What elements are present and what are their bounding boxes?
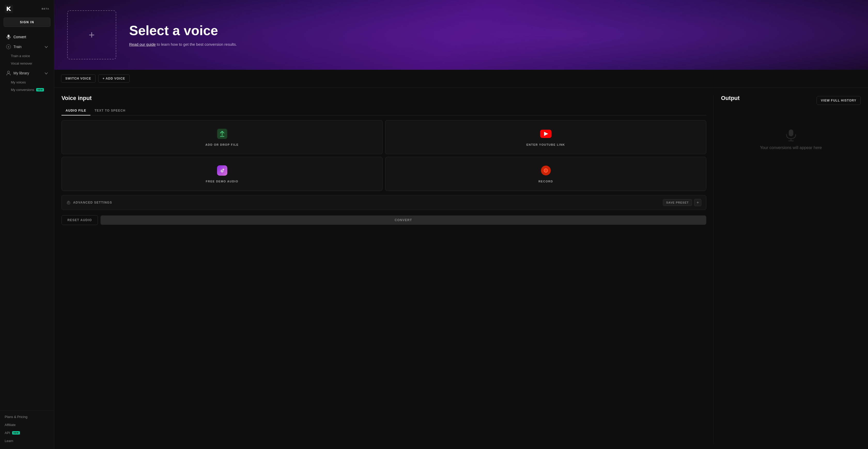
hero-title: Select a voice [129,23,237,38]
add-voice-button[interactable]: + ADD VOICE [98,74,130,83]
upload-label: ADD OR DROP FILE [206,143,239,146]
record-icon [540,165,552,176]
output-mic-icon [785,129,797,142]
demo-audio-card[interactable]: FREE DEMO AUDIO [61,157,382,191]
output-empty-state: Your conversions will appear here [721,114,861,166]
sidebar-item-train[interactable]: + Train [2,42,53,52]
add-preset-button[interactable]: + [694,199,702,206]
sign-in-button[interactable]: SIGN IN [4,18,51,27]
hero-subtitle: Read our guide to learn how to get the b… [129,42,237,47]
sidebar-item-my-conversions[interactable]: My conversions NEW [11,86,54,93]
sidebar-item-my-voices[interactable]: My voices [11,79,54,86]
advanced-settings-left: ADVANCED SETTINGS [66,201,112,205]
switch-voice-button[interactable]: SWITCH VOICE [61,74,96,83]
output-header: Output VIEW FULL HISTORY [721,95,861,106]
logo [5,5,13,13]
sidebar-item-my-library[interactable]: My library [2,68,53,78]
person-icon [6,71,11,76]
voice-input-tabs: AUDIO FILE TEXT TO SPEECH [61,106,706,116]
logo-area: BETA [0,0,54,17]
new-badge-conversions: NEW [36,88,44,91]
voice-selector-plus-icon: + [89,29,95,41]
convert-label: Convert [13,35,48,39]
convert-button[interactable]: CONVERT [100,215,706,225]
main-nav: Convert + Train Train a voice Vocal remo… [0,31,54,96]
sidebar-item-train-voice[interactable]: Train a voice [11,52,54,60]
guide-link[interactable]: Read our guide [129,42,156,47]
youtube-play-icon [544,132,548,136]
output-empty-text: Your conversions will appear here [760,145,822,150]
svg-point-8 [68,202,69,203]
tab-text-to-speech[interactable]: TEXT TO SPEECH [90,106,130,116]
content-area: Voice input AUDIO FILE TEXT TO SPEECH [54,88,868,449]
advanced-settings-label: ADVANCED SETTINGS [73,201,112,204]
action-buttons: RESET AUDIO CONVERT [61,215,706,225]
voice-input-title: Voice input [61,95,706,101]
output-panel: Output VIEW FULL HISTORY Your conversion… [714,95,861,444]
output-title: Output [721,95,740,101]
record-card[interactable]: RECORD [385,157,706,191]
train-submenu: Train a voice Vocal remover [0,52,54,68]
record-label: RECORD [538,180,553,183]
new-badge-api: NEW [12,431,20,435]
sidebar-item-convert[interactable]: Convert [2,32,53,42]
input-cards-grid: ADD OR DROP FILE ENTER YOUTUBE LINK [61,120,706,191]
my-library-label: My library [13,71,42,75]
sidebar-item-api[interactable]: API NEW [0,429,54,437]
hero-text: Select a voice Read our guide to learn h… [129,23,237,47]
train-label: Train [13,45,42,49]
advanced-settings-right: SAVE PRESET + [663,199,702,206]
chevron-down-icon [45,45,48,49]
reset-audio-button[interactable]: RESET AUDIO [61,215,98,225]
voice-input-panel: Voice input AUDIO FILE TEXT TO SPEECH [61,95,714,444]
sidebar-item-vocal-remover[interactable]: Vocal remover [11,60,54,67]
sidebar: BETA SIGN IN Convert + Train [0,0,54,449]
logo-icon [5,5,13,13]
svg-rect-9 [789,129,793,137]
youtube-card[interactable]: ENTER YOUTUBE LINK [385,120,706,154]
voice-selector-box[interactable]: + [67,10,116,59]
chevron-down-icon-library [45,71,48,75]
upload-card[interactable]: ADD OR DROP FILE [61,120,382,154]
main-content: + Select a voice Read our guide to learn… [54,0,868,449]
microphone-icon [6,35,11,39]
upload-icon [216,128,228,140]
demo-label: FREE DEMO AUDIO [206,180,239,183]
sidebar-footer: Plans & Pricing Affiliate API NEW Learn [0,411,54,449]
record-inner-icon [544,169,548,173]
view-full-history-button[interactable]: VIEW FULL HISTORY [816,96,861,105]
advanced-settings-bar: ADVANCED SETTINGS SAVE PRESET + [61,195,706,210]
save-preset-button[interactable]: SAVE PRESET [663,199,692,206]
gear-icon [66,201,70,205]
plus-circle-icon: + [6,44,11,49]
sidebar-item-affiliate[interactable]: Affiliate [0,421,54,429]
sidebar-item-plans[interactable]: Plans & Pricing [0,413,54,421]
sidebar-item-learn[interactable]: Learn [0,437,54,445]
hero-banner: + Select a voice Read our guide to learn… [54,0,868,70]
youtube-icon [540,128,552,140]
library-submenu: My voices My conversions NEW [0,78,54,95]
voice-controls-bar: SWITCH VOICE + ADD VOICE [54,70,868,88]
tiktok-icon [216,165,228,176]
tab-audio-file[interactable]: AUDIO FILE [61,106,90,116]
svg-point-4 [7,71,9,73]
svg-rect-1 [7,35,9,37]
youtube-label: ENTER YOUTUBE LINK [526,143,565,146]
beta-badge: BETA [41,7,49,10]
